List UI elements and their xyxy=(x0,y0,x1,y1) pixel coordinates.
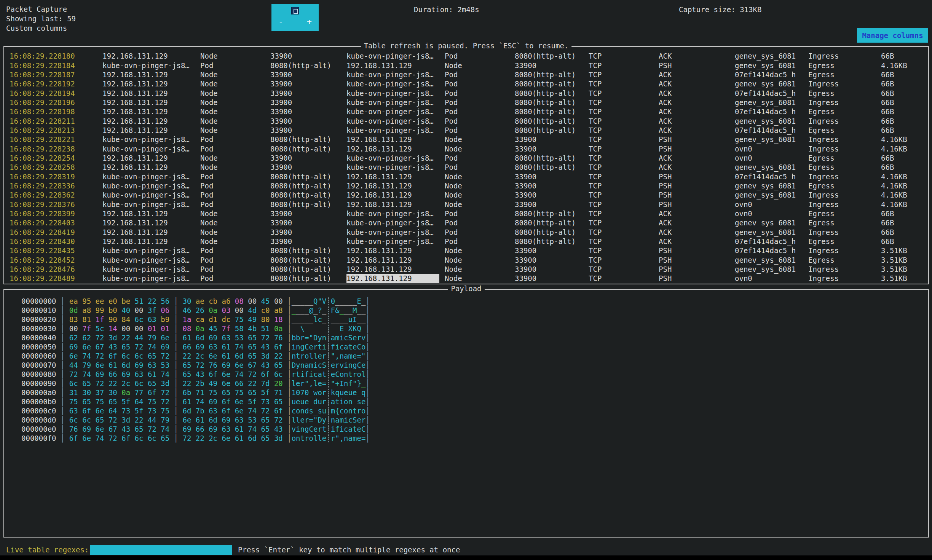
packet-table-body[interactable]: 16:08:29.228180192.168.131.129Node33900k… xyxy=(4,51,928,283)
table-cell: 8080(http-alt) xyxy=(515,163,589,172)
table-cell: 8080(http-alt) xyxy=(270,144,346,153)
table-cell: 33900 xyxy=(515,265,589,274)
table-cell: kube-ovn-pinger-js8… xyxy=(346,209,445,218)
table-cell: TCP xyxy=(589,172,659,181)
table-cell: kube-ovn-pinger-js8… xyxy=(102,190,200,199)
table-cell: 33900 xyxy=(515,181,589,190)
table-cell: Pod xyxy=(200,246,270,255)
packet-table-frame: Table refresh is paused. Press `ESC` to … xyxy=(3,46,929,284)
table-cell: 07ef1414dac5_h xyxy=(735,237,808,246)
table-cell: TCP xyxy=(589,218,659,227)
header-info: Packet Capture Showing last: 59 Custom c… xyxy=(6,5,76,33)
table-cell: Egress xyxy=(808,255,881,265)
table-cell: TCP xyxy=(589,70,659,79)
table-cell: Pod xyxy=(445,153,515,163)
table-row[interactable]: 16:08:29.228221kube-ovn-pinger-js8…Pod80… xyxy=(4,135,928,144)
table-cell: Ingress xyxy=(808,144,881,153)
table-cell: kube-ovn-pinger-js8… xyxy=(346,70,445,79)
table-cell: 16:08:29.228452 xyxy=(10,255,102,265)
table-cell: 192.168.131.129 xyxy=(102,116,200,126)
hex-row: 00000060 │ 6e 74 72 6f 6c 6c 65 72 │ 22 … xyxy=(21,351,370,361)
table-row[interactable]: 16:08:29.228452kube-ovn-pinger-js8…Pod80… xyxy=(4,255,928,265)
table-cell: kube-ovn-pinger-js8… xyxy=(102,144,200,153)
table-paused-banner: Table refresh is paused. Press `ESC` to … xyxy=(361,41,572,50)
table-row[interactable]: 16:08:29.228211192.168.131.129Node33900k… xyxy=(4,116,928,125)
table-cell: Ingress xyxy=(808,190,881,199)
manage-columns-button[interactable]: Manage columns xyxy=(857,28,928,43)
table-cell: ACK xyxy=(659,107,735,116)
hex-row: 000000d0 │ 6c 6c 65 72 3d 22 44 79 │ 6e … xyxy=(21,415,370,424)
table-cell: TCP xyxy=(589,135,659,144)
table-cell: 16:08:29.228194 xyxy=(10,89,102,98)
table-row[interactable]: 16:08:29.228184kube-ovn-pinger-js8…Pod80… xyxy=(4,61,928,70)
table-row[interactable]: 16:08:29.228336kube-ovn-pinger-js8…Pod80… xyxy=(4,181,928,190)
table-cell: Node xyxy=(200,228,270,237)
table-cell: Pod xyxy=(445,228,515,237)
table-row[interactable]: 16:08:29.228198192.168.131.129Node33900k… xyxy=(4,107,928,116)
hex-row: 00000020 │ 83 81 1f 90 84 6c 63 b9 │ 1a … xyxy=(21,315,370,324)
zoom-in-button[interactable]: + xyxy=(307,17,312,26)
table-row[interactable]: 16:08:29.228403192.168.131.129Node33900k… xyxy=(4,218,928,227)
table-cell: 192.168.131.129 xyxy=(346,190,445,199)
table-row[interactable]: 16:08:29.228196192.168.131.129Node33900k… xyxy=(4,98,928,107)
table-cell: PSH xyxy=(659,172,735,181)
table-cell: TCP xyxy=(589,163,659,172)
table-row[interactable]: 16:08:29.228419192.168.131.129Node33900k… xyxy=(4,228,928,237)
table-cell: 192.168.131.129 xyxy=(346,135,445,144)
table-cell: TCP xyxy=(589,228,659,237)
table-cell: 3.51KB xyxy=(881,265,928,274)
table-row[interactable]: 16:08:29.228362kube-ovn-pinger-js8…Pod80… xyxy=(4,190,928,199)
table-cell: Node xyxy=(445,61,515,70)
hex-row: 000000f0 │ 6f 6e 74 72 6f 6c 6c 65 │ 72 … xyxy=(21,434,370,443)
table-cell: Ingress xyxy=(808,98,881,107)
zoom-control[interactable]: - + xyxy=(271,4,319,31)
zoom-out-button[interactable]: - xyxy=(278,17,283,26)
table-cell: 192.168.131.129 xyxy=(102,107,200,116)
table-row[interactable]: 16:08:29.228430192.168.131.129Node33900k… xyxy=(4,237,928,246)
table-cell: ACK xyxy=(659,116,735,126)
table-cell: 33900 xyxy=(270,237,346,246)
table-cell: 33900 xyxy=(270,51,346,61)
table-cell: TCP xyxy=(589,107,659,116)
table-row[interactable]: 16:08:29.228435kube-ovn-pinger-js8…Pod80… xyxy=(4,246,928,255)
table-cell: PSH xyxy=(659,265,735,274)
table-cell: 192.168.131.129 xyxy=(346,181,445,190)
bottom-strip xyxy=(0,555,932,560)
table-row[interactable]: 16:08:29.228213192.168.131.129Node33900k… xyxy=(4,126,928,135)
table-cell: kube-ovn-pinger-js8… xyxy=(346,237,445,246)
table-cell: 8080(http-alt) xyxy=(515,89,589,98)
table-row[interactable]: 16:08:29.228319kube-ovn-pinger-js8…Pod80… xyxy=(4,172,928,181)
table-cell: 16:08:29.228336 xyxy=(10,181,102,190)
duration-label: Duration: 2m48s xyxy=(414,5,479,14)
table-cell: TCP xyxy=(589,190,659,199)
table-cell: kube-ovn-pinger-js8… xyxy=(102,246,200,255)
table-row[interactable]: 16:08:29.228476kube-ovn-pinger-js8…Pod80… xyxy=(4,265,928,274)
table-cell: Node xyxy=(445,172,515,181)
table-cell: Node xyxy=(445,246,515,255)
table-cell: Pod xyxy=(445,51,515,61)
table-row[interactable]: 16:08:29.228238kube-ovn-pinger-js8…Pod80… xyxy=(4,144,928,153)
table-row[interactable]: 16:08:29.228192192.168.131.129Node33900k… xyxy=(4,79,928,88)
table-cell: kube-ovn-pinger-js8… xyxy=(102,274,200,283)
table-cell: 8080(http-alt) xyxy=(515,98,589,107)
table-row[interactable]: 16:08:29.228258192.168.131.129Node33900k… xyxy=(4,163,928,172)
table-row[interactable]: 16:08:29.228180192.168.131.129Node33900k… xyxy=(4,51,928,61)
table-row[interactable]: 16:08:29.228489kube-ovn-pinger-js8…Pod80… xyxy=(4,274,928,283)
table-row[interactable]: 16:08:29.228254192.168.131.129Node33900k… xyxy=(4,153,928,163)
table-cell: Ingress xyxy=(808,135,881,144)
table-cell: kube-ovn-pinger-js8… xyxy=(346,79,445,88)
table-cell: 192.168.131.129 xyxy=(102,209,200,218)
table-cell: TCP xyxy=(589,89,659,98)
hex-row: 000000b0 │ 75 65 75 65 5f 64 75 72 │ 61 … xyxy=(21,397,370,406)
table-row[interactable]: 16:08:29.228376kube-ovn-pinger-js8…Pod80… xyxy=(4,200,928,209)
table-cell: TCP xyxy=(589,116,659,126)
table-cell: kube-ovn-pinger-js8… xyxy=(346,126,445,135)
table-row[interactable]: 16:08:29.228399192.168.131.129Node33900k… xyxy=(4,209,928,218)
regex-input[interactable] xyxy=(90,545,232,555)
table-cell: 8080(http-alt) xyxy=(270,265,346,274)
table-row[interactable]: 16:08:29.228187192.168.131.129Node33900k… xyxy=(4,70,928,79)
table-cell: 33900 xyxy=(515,190,589,199)
table-cell: 192.168.131.129 xyxy=(102,218,200,227)
table-cell: ovn0 xyxy=(735,209,808,218)
table-row[interactable]: 16:08:29.228194192.168.131.129Node33900k… xyxy=(4,88,928,97)
